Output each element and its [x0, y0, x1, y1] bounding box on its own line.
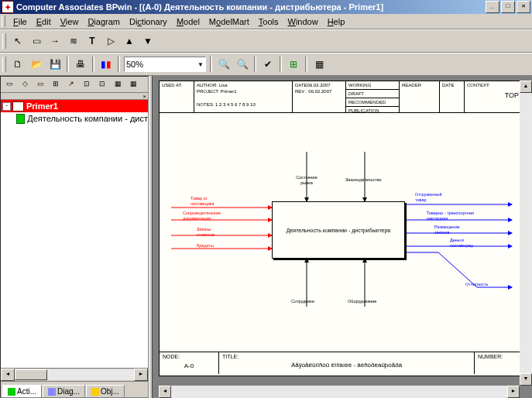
activity-icon — [16, 114, 25, 124]
explorer-button[interactable]: ▮▮ — [98, 56, 115, 73]
print-button[interactable]: 🖶 — [72, 56, 89, 73]
tree-close[interactable]: × — [1, 93, 148, 100]
squiggle-tool[interactable]: ≋ — [65, 33, 82, 50]
close-button[interactable]: × — [517, 1, 530, 13]
canvas-hscroll[interactable]: ◄► — [159, 386, 520, 398]
collapse-icon[interactable]: - — [2, 102, 11, 111]
zoom-value: 50% — [126, 60, 143, 69]
label-bot2: Оборудование — [348, 299, 376, 304]
hdr-usedat: USED AT: — [160, 81, 194, 112]
open-button[interactable]: 📂 — [28, 56, 45, 73]
label-out4: Деньгипоставщику — [450, 238, 473, 249]
window-title: Computer Associates BPwin - [(A-0) Деяте… — [16, 2, 383, 12]
tree-tabs: Acti... Diag... Obj... — [1, 381, 148, 397]
diagram-area[interactable]: Деятельность компании - дистрибьютера То… — [160, 113, 523, 352]
tree-pane: ▭ ◇ ▭ ⊞ ↗ ⊡ ⊡ ▦ ▦ × - ✦ Primer1 Деятельн… — [0, 76, 149, 398]
down-tool[interactable]: ▲ — [121, 33, 138, 50]
maximize-button[interactable]: □ — [501, 1, 515, 13]
label-in4: Кредиты — [197, 243, 214, 249]
ftr-title: TITLE: Äåÿòåëüíîñòü êîìïàíèè - äèñòðèáüþ… — [219, 352, 475, 374]
tree-tool-8[interactable]: ▦ — [111, 77, 125, 91]
up-tool[interactable]: ▼ — [139, 33, 156, 50]
tree-tool-7[interactable]: ⊡ — [95, 77, 109, 91]
menu-tools[interactable]: Tools — [254, 15, 283, 28]
tree-hscroll[interactable]: ◄ ► — [1, 368, 148, 381]
ftr-number: NUMBER: — [475, 352, 523, 374]
canvas[interactable]: USED AT: AUTHOR: Lisa PROJECT: Primer1 N… — [153, 76, 532, 398]
hdr-datecol: DATE — [440, 81, 465, 112]
tree-tool-3[interactable]: ▭ — [33, 77, 47, 91]
pencil-tool[interactable]: ▷ — [102, 33, 119, 50]
label-top1: Состояниерынка — [291, 175, 322, 186]
tree-tool-1[interactable]: ▭ — [2, 77, 16, 91]
tab-objects[interactable]: Obj... — [86, 385, 125, 397]
hdr-date-block: DATE06.02.2007 REV : 06.02.2007 — [293, 81, 346, 112]
tree-child-label: Деятельность компании - дист — [27, 114, 148, 123]
label-bot1: Сотрудники — [291, 299, 314, 304]
ftr-node: NODE: A-0 — [160, 352, 219, 374]
label-in2: Сопроводительнаядокументация — [183, 211, 221, 221]
toolbar-file: 🗋 📂 💾 🖶 ▮▮ 50%▼ 🔍 🔍 ✔ ⊞ ▦ — [0, 53, 532, 76]
zoom-combo[interactable]: 50%▼ — [124, 57, 206, 72]
label-in1: Товар отпоставщика — [190, 196, 214, 207]
menu-bar: File Edit View Diagram Dictionary Model … — [0, 14, 532, 29]
toolbar-grip[interactable] — [2, 33, 6, 49]
menu-edit[interactable]: Edit — [32, 15, 56, 28]
tree-tool-6[interactable]: ⊡ — [80, 77, 94, 91]
tree-tool-2[interactable]: ◇ — [18, 77, 32, 91]
menu-help[interactable]: Help — [323, 15, 350, 28]
scroll-thumb[interactable] — [15, 369, 47, 380]
menu-modelmart[interactable]: ModelMart — [204, 15, 254, 28]
menu-window[interactable]: Window — [283, 15, 323, 28]
app-icon: ✦ — [2, 1, 14, 13]
tab-diagrams[interactable]: Diag... — [43, 385, 85, 397]
canvas-vscroll[interactable]: ▲▼ — [520, 81, 532, 386]
report-button[interactable]: ▦ — [311, 56, 328, 73]
new-button[interactable]: 🗋 — [9, 56, 26, 73]
pointer-tool[interactable]: ↖ — [9, 33, 26, 50]
label-out1: Отгруженныйтовар — [415, 192, 441, 203]
menu-model[interactable]: Model — [172, 15, 204, 28]
hdr-author-block: AUTHOR: Lisa PROJECT: Primer1 NOTES: 1 2… — [194, 81, 293, 112]
activity-box[interactable]: Деятельность компании - дистрибьютера — [272, 201, 405, 259]
label-out2: Товарно - транспортнаянакладная — [427, 211, 474, 221]
title-bar: ✦ Computer Associates BPwin - [(A-0) Дея… — [0, 0, 532, 14]
diagram-paper: USED AT: AUTHOR: Lisa PROJECT: Primer1 N… — [159, 81, 524, 376]
tree-root[interactable]: - ✦ Primer1 — [1, 100, 148, 112]
minimize-button[interactable]: _ — [486, 1, 499, 13]
zoom-out-button[interactable]: 🔍 — [234, 56, 251, 73]
tree-toolbar: ▭ ◇ ▭ ⊞ ↗ ⊡ ⊡ ▦ ▦ — [1, 77, 148, 93]
tree-tool-5[interactable]: ↗ — [64, 77, 78, 91]
scroll-left[interactable]: ◄ — [1, 369, 15, 381]
label-out5: Отчетность — [465, 282, 488, 287]
menu-view[interactable]: View — [56, 15, 84, 28]
text-tool[interactable]: T — [84, 33, 101, 50]
hdr-status-block: WORKING DRAFT RECOMMENDED PUBLICATION — [346, 81, 400, 112]
tree-root-label: Primer1 — [26, 101, 58, 111]
hdr-reader: READER — [400, 81, 440, 112]
scroll-right[interactable]: ► — [134, 369, 148, 381]
save-button[interactable]: 💾 — [46, 56, 63, 73]
diagram-footer: NODE: A-0 TITLE: Äåÿòåëüíîñòü êîìïàíèè -… — [160, 352, 523, 374]
tree-tool-4[interactable]: ⊞ — [49, 77, 63, 91]
toolbar-shapes: ↖ ▭ → ≋ T ▷ ▲ ▼ — [0, 29, 532, 53]
box-tool[interactable]: ▭ — [28, 33, 45, 50]
label-top2: Законодательство — [345, 177, 382, 183]
menu-diagram[interactable]: Diagram — [83, 15, 125, 28]
tab-activities[interactable]: Acti... — [2, 385, 42, 397]
menu-file[interactable]: File — [9, 15, 32, 28]
check-button[interactable]: ✔ — [259, 56, 276, 73]
arrow-tool[interactable]: → — [46, 33, 63, 50]
toolbar-grip-2[interactable] — [2, 57, 6, 72]
tree-button[interactable]: ⊞ — [285, 56, 302, 73]
tree-body[interactable]: - ✦ Primer1 Деятельность компании - дист — [1, 100, 148, 368]
menu-grip[interactable] — [2, 15, 5, 27]
workspace: ▭ ◇ ▭ ⊞ ↗ ⊡ ⊡ ▦ ▦ × - ✦ Primer1 Деятельн… — [0, 76, 532, 398]
tree-child[interactable]: Деятельность компании - дист — [1, 112, 148, 125]
label-in3: Заказыклиентов — [197, 227, 215, 238]
tree-tool-9[interactable]: ▦ — [126, 77, 140, 91]
diagram-header: USED AT: AUTHOR: Lisa PROJECT: Primer1 N… — [160, 81, 523, 113]
hdr-context: CONTEXT: TOP — [465, 81, 523, 112]
zoom-in-button[interactable]: 🔍 — [215, 56, 232, 73]
menu-dictionary[interactable]: Dictionary — [125, 15, 172, 28]
